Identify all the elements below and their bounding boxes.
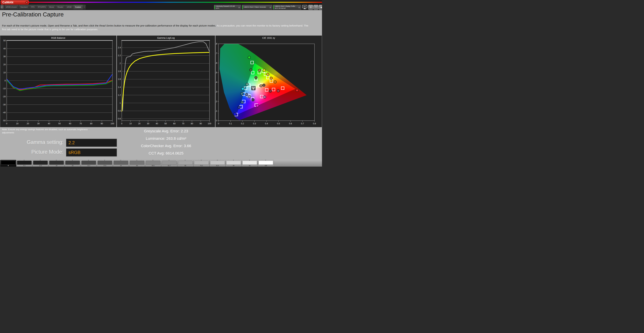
gamma-chart: 2.42.221.81.61.41.210.80.601020304050607… — [117, 36, 215, 127]
greyscale-swatch-6.3[interactable]: 6.3 — [16, 160, 32, 166]
svg-text:2.4: 2.4 — [118, 46, 121, 49]
svg-text:1.4: 1.4 — [118, 86, 121, 88]
svg-text:0.1: 0.1 — [229, 122, 232, 125]
chevron-down-icon: ▼ — [269, 6, 272, 8]
ddc-monitor-icon[interactable]: DDC — [302, 5, 307, 9]
svg-text:0.5: 0.5 — [216, 72, 217, 74]
swatch-color — [210, 160, 225, 165]
tab-srgb-chosen[interactable]: sRGB-chosen — [4, 5, 18, 10]
greyscale-swatch-88[interactable]: 88 — [226, 160, 242, 166]
svg-text:0.7: 0.7 — [216, 52, 217, 54]
swatch-label: 81.6 — [210, 165, 226, 166]
svg-text:0.2: 0.2 — [241, 122, 244, 125]
tab-custom[interactable]: Custom — [73, 5, 83, 10]
greyscale-swatch-0[interactable]: 0 — [0, 160, 16, 166]
help-button[interactable]: ? — [314, 5, 318, 10]
svg-text:0: 0 — [218, 122, 219, 125]
svg-text:0.5: 0.5 — [277, 122, 280, 125]
page-description: For each of the monitor's picture mode, … — [2, 24, 309, 31]
svg-text:20: 20 — [138, 122, 140, 125]
tab-movie[interactable]: Movie — [48, 5, 56, 10]
swatch-color — [258, 160, 273, 165]
greyscale-swatch-94[interactable]: 94 — [242, 160, 258, 166]
swatch-label: 12.5 — [32, 165, 48, 166]
swatch-label: 0 — [0, 165, 16, 166]
tab-srgb[interactable]: sRGB — [65, 5, 73, 10]
swatch-color — [1, 160, 16, 165]
svg-text:40: 40 — [156, 122, 158, 125]
greyscale-swatch-56.5[interactable]: 56.5 — [145, 160, 161, 166]
swatch-color — [178, 160, 193, 165]
stat-line: ColorChecker Avg. Error: 3.66 — [116, 142, 216, 150]
svg-text:30: 30 — [147, 122, 149, 125]
swatch-label: 94 — [242, 165, 258, 166]
svg-text:70: 70 — [80, 122, 82, 125]
greyscale-swatch-75.3[interactable]: 75.3 — [193, 160, 210, 166]
device-name: CalMAN Client 3 Display Profiler — [275, 5, 295, 7]
tab-standard[interactable]: Standard — [18, 5, 29, 10]
device-detail: M27U 99 internal — [275, 8, 286, 9]
charts-row: RGB Balance 50403020100-10-20-30-40-5001… — [0, 36, 322, 127]
calman-logo-menu[interactable]: CalMAN ▼ — [0, 0, 29, 5]
svg-text:90: 90 — [200, 122, 202, 125]
toolbar-divider — [301, 5, 301, 9]
calman-logo-text: CalMAN — [2, 1, 13, 4]
svg-text:0.8: 0.8 — [313, 122, 316, 125]
swatch-color — [17, 160, 32, 165]
greyscale-swatch-100[interactable]: 100 — [258, 160, 274, 166]
display-profiler-dropdown[interactable]: CalMAN Client 3 Display ProfilerM27U 99 … — [273, 5, 301, 10]
device-name: CalMAN Client 3 Pattern Generator — [244, 6, 266, 8]
pattern-generator-dropdown[interactable]: CalMAN Client 3 Pattern Generator▼ — [242, 5, 272, 10]
greyscale-swatch-81.6[interactable]: 81.6 — [210, 160, 226, 166]
chevron-down-icon: ▼ — [298, 6, 300, 8]
stat-line: CCT Avg: 6614.0625 — [116, 150, 216, 157]
swatch-label: 44 — [113, 165, 129, 166]
greyscale-swatch-25[interactable]: 25 — [64, 160, 81, 166]
svg-text:-10: -10 — [3, 88, 6, 90]
greyscale-swatch-69[interactable]: 69 — [177, 160, 193, 166]
greyscale-swatch-12.5[interactable]: 12.5 — [32, 160, 48, 166]
svg-text:100: 100 — [111, 122, 114, 125]
swatch-label: 6.3 — [16, 165, 32, 166]
svg-text:100: 100 — [208, 122, 211, 125]
add-tab-button[interactable]: + — [83, 5, 86, 10]
settings-gear-button[interactable]: ⚙ — [308, 5, 313, 10]
svg-text:0.8: 0.8 — [118, 110, 121, 112]
tab-reader[interactable]: Reader — [56, 5, 65, 10]
svg-text:0.7: 0.7 — [301, 122, 304, 125]
tab-fps[interactable]: FPS — [29, 5, 36, 10]
cie-panel: CIE 1931 xy 0.80.70.60.50.40.30.20.1000.… — [216, 36, 322, 127]
stat-line: Greyscale Avg. Error: 2.23 — [116, 128, 216, 135]
svg-text:0.3: 0.3 — [216, 90, 217, 93]
greyscale-swatch-19[interactable]: 19 — [48, 160, 64, 166]
greyscale-swatch-62.7[interactable]: 62.7 — [161, 160, 177, 166]
swatch-color — [194, 160, 209, 165]
svg-text:70: 70 — [182, 122, 184, 125]
greyscale-swatch-50[interactable]: 50 — [129, 160, 145, 166]
swatch-color — [226, 160, 241, 165]
read-series-emphasis: Read Series — [99, 24, 114, 27]
svg-text:50: 50 — [164, 122, 167, 125]
meter-dropdown[interactable]: Colorimetry Research CR-100m27u▼ — [214, 5, 241, 10]
swatch-color — [49, 160, 64, 165]
collapse-panel-button[interactable]: ◀ — [319, 5, 322, 10]
gamma-setting-field[interactable]: 2.2 — [66, 138, 117, 147]
stat-line: Luminance: 263.8 cd/m² — [116, 135, 216, 142]
note-text: Note: Ensure any energy savings features… — [2, 128, 99, 134]
swatch-color — [162, 160, 176, 165]
picture-mode-field[interactable]: sRGB — [66, 148, 117, 157]
greyscale-swatch-31.4[interactable]: 31.4 — [81, 160, 97, 166]
greyscale-swatch-44[interactable]: 44 — [113, 160, 129, 166]
tab-rts-rpg[interactable]: RTS/RPG — [36, 5, 48, 10]
tab-scroll-button[interactable]: ▶ — [0, 5, 4, 10]
svg-text:1.2: 1.2 — [118, 94, 121, 96]
svg-text:30: 30 — [37, 122, 40, 125]
svg-text:1.8: 1.8 — [118, 70, 121, 72]
gamma-panel: Gamma Log/Log 2.42.221.81.61.41.210.80.6… — [117, 36, 215, 127]
swatch-color — [65, 160, 80, 165]
description-part1: For each of the monitor's picture mode, … — [2, 24, 99, 27]
greyscale-swatch-37.6[interactable]: 37.6 — [97, 160, 113, 166]
svg-text:30: 30 — [3, 55, 6, 58]
svg-text:1: 1 — [120, 102, 121, 104]
chevron-down-icon: ▼ — [238, 6, 240, 8]
